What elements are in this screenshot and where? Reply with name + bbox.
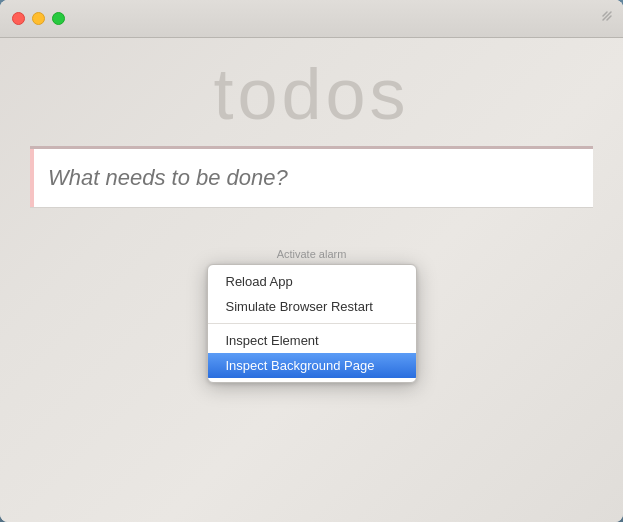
context-menu-area: Activate alarm Reload App Simulate Brows…	[0, 248, 623, 383]
traffic-lights	[12, 12, 65, 25]
app-content: todos	[0, 38, 623, 208]
menu-item-simulate-restart[interactable]: Simulate Browser Restart	[208, 294, 416, 319]
context-trigger-label: Activate alarm	[277, 248, 347, 260]
menu-section-2: Inspect Element Inspect Background Page	[208, 323, 416, 382]
app-title: todos	[0, 58, 623, 130]
menu-item-inspect-element[interactable]: Inspect Element	[208, 328, 416, 353]
title-bar	[0, 0, 623, 38]
menu-item-reload-app[interactable]: Reload App	[208, 269, 416, 294]
input-left-accent	[30, 149, 34, 207]
todo-input[interactable]	[30, 149, 593, 207]
menu-item-inspect-background-page[interactable]: Inspect Background Page	[208, 353, 416, 378]
minimize-button[interactable]	[32, 12, 45, 25]
close-button[interactable]	[12, 12, 25, 25]
app-window: todos Activate alarm Reload App Simulate…	[0, 0, 623, 522]
input-area	[30, 146, 593, 208]
maximize-button[interactable]	[52, 12, 65, 25]
menu-section-1: Reload App Simulate Browser Restart	[208, 265, 416, 323]
context-menu: Reload App Simulate Browser Restart Insp…	[207, 264, 417, 383]
resize-icon	[599, 8, 615, 24]
